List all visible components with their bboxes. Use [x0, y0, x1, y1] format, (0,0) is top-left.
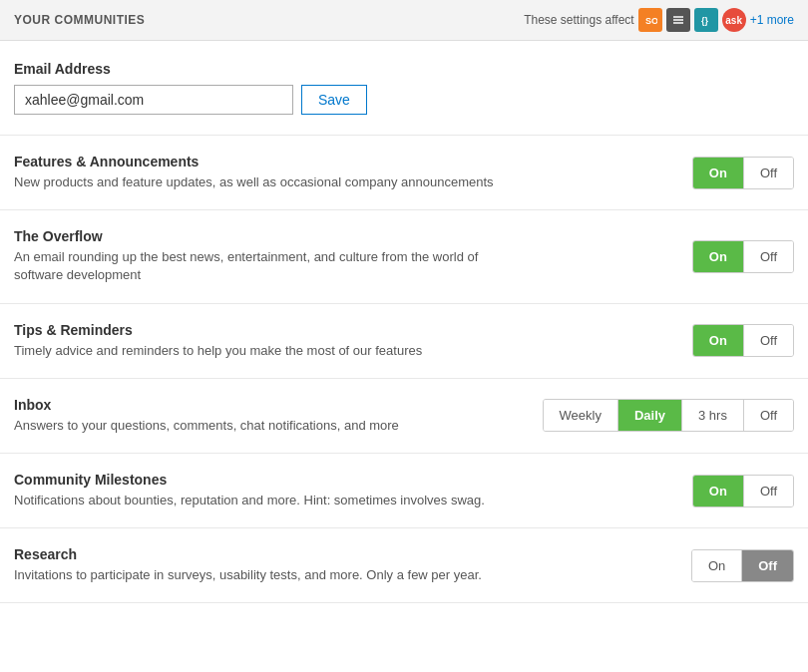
toggle-on-milestones[interactable]: On [693, 476, 744, 506]
toggle-off-inbox[interactable]: Off [744, 400, 793, 431]
email-section: Email Address Save [0, 41, 808, 136]
settings-row-features: Features & AnnouncementsNew products and… [0, 136, 808, 210]
toggle-off-overflow[interactable]: Off [744, 241, 793, 272]
settings-container: Features & AnnouncementsNew products and… [0, 136, 808, 603]
settings-text-features: Features & AnnouncementsNew products and… [14, 154, 692, 191]
settings-text-inbox: InboxAnswers to your questions, comments… [14, 397, 543, 435]
setting-desc-features: New products and feature updates, as wel… [14, 173, 503, 191]
save-button[interactable]: Save [301, 85, 367, 115]
setting-title-research: Research [14, 546, 691, 562]
settings-row-milestones: Community MilestonesNotifications about … [0, 454, 808, 528]
community-icon-se[interactable] [666, 8, 690, 32]
settings-text-milestones: Community MilestonesNotifications about … [14, 472, 692, 509]
toggle-3-hrs-inbox[interactable]: 3 hrs [682, 400, 744, 431]
setting-desc-milestones: Notifications about bounties, reputation… [14, 492, 503, 509]
settings-row-inbox: InboxAnswers to your questions, comments… [0, 379, 808, 454]
toggle-group-research: OnOff [691, 549, 794, 582]
setting-desc-tips: Timely advice and reminders to help you … [14, 342, 503, 360]
svg-text:{}: {} [701, 16, 709, 26]
toggle-off-features[interactable]: Off [744, 158, 793, 188]
email-label: Email Address [14, 61, 794, 77]
page-title: YOUR COMMUNITIES [14, 13, 145, 27]
toggle-off-tips[interactable]: Off [744, 325, 793, 356]
settings-text-tips: Tips & RemindersTimely advice and remind… [14, 322, 692, 360]
toggle-daily-inbox[interactable]: Daily [618, 400, 682, 431]
toggle-on-overflow[interactable]: On [693, 241, 744, 272]
settings-row-tips: Tips & RemindersTimely advice and remind… [0, 304, 808, 379]
setting-title-milestones: Community Milestones [14, 472, 692, 488]
settings-text-research: ResearchInvitations to participate in su… [14, 546, 691, 584]
settings-row-research: ResearchInvitations to participate in su… [0, 528, 808, 603]
toggle-on-features[interactable]: On [693, 158, 744, 188]
settings-row-overflow: The OverflowAn email rounding up the bes… [0, 210, 808, 303]
toggle-group-tips: OnOff [692, 324, 794, 357]
toggle-off-milestones[interactable]: Off [744, 476, 793, 506]
toggle-group-inbox: WeeklyDaily3 hrsOff [543, 399, 794, 432]
setting-title-features: Features & Announcements [14, 154, 692, 169]
header: YOUR COMMUNITIES These settings affect S… [0, 0, 808, 41]
setting-title-overflow: The Overflow [14, 228, 692, 244]
community-icon-so[interactable]: SO [638, 8, 662, 32]
setting-title-inbox: Inbox [14, 397, 543, 413]
settings-affect-label: These settings affect [524, 13, 634, 27]
toggle-group-milestones: OnOff [692, 475, 794, 507]
svg-text:SO: SO [645, 16, 657, 26]
community-icon-ask[interactable]: ask [722, 8, 746, 32]
setting-desc-research: Invitations to participate in surveys, u… [14, 566, 503, 584]
toggle-on-research[interactable]: On [692, 550, 742, 581]
email-input-row: Save [14, 85, 794, 115]
header-right: These settings affect SO {} ask +1 more [524, 8, 794, 32]
toggle-on-tips[interactable]: On [693, 325, 744, 356]
email-input[interactable] [14, 85, 293, 115]
settings-text-overflow: The OverflowAn email rounding up the bes… [14, 228, 692, 284]
more-communities-link[interactable]: +1 more [750, 13, 794, 27]
toggle-weekly-inbox[interactable]: Weekly [544, 400, 618, 431]
setting-desc-overflow: An email rounding up the best news, ente… [14, 248, 503, 284]
setting-title-tips: Tips & Reminders [14, 322, 692, 338]
setting-desc-inbox: Answers to your questions, comments, cha… [14, 417, 503, 435]
toggle-group-features: OnOff [692, 157, 794, 189]
community-icon-sf[interactable]: {} [694, 8, 718, 32]
toggle-group-overflow: OnOff [692, 240, 794, 273]
toggle-off-research[interactable]: Off [742, 550, 793, 581]
